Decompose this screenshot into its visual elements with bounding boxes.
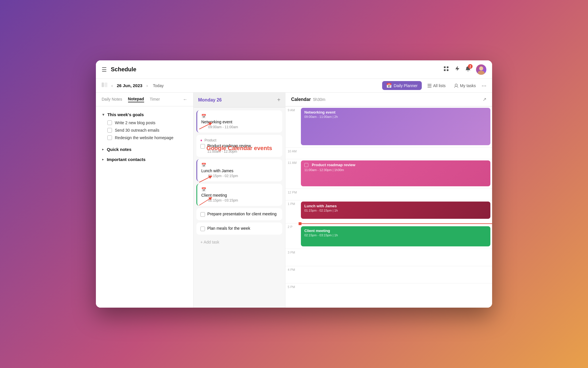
task-card-body-meals: Plan meals for the week — [200, 226, 278, 231]
top-bar-right: 2 — [443, 64, 486, 75]
product-header: Product roadmap review — [304, 163, 487, 167]
cal-event-lunch[interactable]: Lunch with James 01:15pm - 02:15pm | 1h — [301, 202, 490, 219]
notification-badge: 2 — [468, 64, 473, 69]
cal-events-10am — [300, 148, 492, 159]
top-bar-left: ☰ Schedule — [102, 66, 443, 73]
important-contacts-section[interactable]: ► Important contacts — [102, 157, 187, 162]
goal-checkbox-3[interactable] — [107, 135, 112, 140]
product-checkbox[interactable] — [200, 144, 205, 149]
goal-item-3: Redesign the website homepage — [107, 135, 187, 140]
bell-icon[interactable]: 2 — [465, 66, 471, 73]
svg-rect-2 — [444, 69, 446, 71]
cal-events-11am: Product roadmap review 11:00am - 12:30pm… — [300, 159, 492, 189]
time-label-12pm: 12 PM — [285, 189, 300, 200]
cal-event-networking[interactable]: Networking event 09:00am - 11:00am | 2h — [301, 108, 490, 145]
goal-text-1: Write 2 new blog posts — [115, 120, 155, 125]
goal-checkbox-1[interactable] — [107, 120, 112, 125]
panel-collapse-icon[interactable]: ← — [183, 97, 187, 102]
next-arrow-icon[interactable]: › — [145, 82, 149, 89]
top-bar: ☰ Schedule — [96, 60, 492, 79]
bolt-icon[interactable] — [454, 66, 460, 73]
nav-right: 📅 Daily Planner All lists My tasks ··· — [382, 81, 486, 90]
quick-notes-arrow-icon: ► — [102, 148, 105, 151]
product-category: Product — [204, 138, 216, 142]
cal-event-product-time: 11:00am - 12:30pm | 1h30m — [304, 168, 487, 172]
task-name-lunch: Lunch with James — [201, 168, 278, 173]
goals-section-header[interactable]: ▼ This week's goals — [102, 112, 187, 117]
svg-point-11 — [455, 84, 457, 86]
quick-notes-section[interactable]: ► Quick notes — [102, 147, 187, 152]
task-time-client: 02:15pm - 03:15pm — [208, 198, 278, 202]
goal-text-2: Send 30 outreach emails — [115, 128, 159, 133]
tab-daily-notes[interactable]: Daily Notes — [102, 97, 122, 102]
prev-arrow-icon[interactable]: ‹ — [110, 82, 114, 89]
prepare-checkbox[interactable] — [200, 212, 205, 217]
cal-slot-11am: 11 AM Product roadmap review 11:00am - 1… — [285, 159, 492, 189]
secondary-nav: ‹ 26 Jun, 2023 › Today 📅 Daily Planner A… — [96, 79, 492, 93]
main-content: Daily Notes Notepad Timer ← ▼ This week'… — [96, 93, 492, 308]
svg-rect-9 — [428, 85, 432, 86]
task-card-prepare[interactable]: Prepare presentation for client meeting — [196, 208, 282, 220]
nav-date: 26 Jun, 2023 — [117, 83, 142, 88]
all-lists-label: All lists — [433, 83, 446, 88]
current-time-line — [300, 223, 492, 224]
hamburger-icon[interactable]: ☰ — [102, 66, 107, 73]
cal-slot-9am: 9 AM Networking event 09:00am - 11:00am … — [285, 106, 492, 147]
my-tasks-button[interactable]: My tasks — [451, 82, 479, 90]
task-card-lunch[interactable]: 📅 Lunch with James 01:15pm - 02:15pm — [196, 159, 282, 181]
task-name-client: Client meeting — [201, 193, 278, 198]
meals-checkbox[interactable] — [200, 227, 205, 231]
quick-notes-title: Quick notes — [107, 147, 131, 152]
svg-point-5 — [478, 71, 485, 75]
task-name-prepare: Prepare presentation for client meeting — [207, 212, 276, 216]
add-event-icon[interactable]: + — [277, 97, 281, 103]
task-time-product: 11:00am - 12:30pm — [207, 150, 278, 154]
grid-icon[interactable] — [443, 66, 449, 73]
more-options-icon[interactable]: ··· — [481, 82, 486, 89]
middle-panel: Monday 26 + 📅 Networking event 09:00am -… — [194, 93, 285, 308]
task-card-product[interactable]: ♦ Product Product roadmap review 11:00am… — [196, 135, 282, 157]
cal-body[interactable]: 9 AM Networking event 09:00am - 11:00am … — [285, 106, 492, 308]
app-title: Schedule — [111, 66, 136, 73]
time-label-2pm: 2 P — [285, 223, 300, 249]
cal-slot-5pm: 5 PM — [285, 283, 492, 300]
task-card-header-client: 📅 — [201, 187, 278, 192]
svg-rect-7 — [105, 83, 107, 87]
tasks-list: 📅 Networking event 09:00am - 11:00am ♦ P… — [194, 108, 285, 308]
task-name-product: Product roadmap review — [207, 143, 251, 148]
cal-event-product[interactable]: Product roadmap review 11:00am - 12:30pm… — [301, 160, 490, 186]
cal-event-client[interactable]: Client meeting 02:15pm - 03:15pm | 1h — [301, 226, 490, 246]
right-panel: Calendar 5h30m ↗ 9 AM Networking event 0… — [285, 93, 492, 308]
task-card-meals[interactable]: Plan meals for the week — [196, 223, 282, 235]
tab-timer[interactable]: Timer — [150, 97, 160, 102]
time-label-3pm: 3 PM — [285, 249, 300, 266]
cal-event-client-title: Client meeting — [304, 229, 487, 233]
cal-product-checkbox[interactable] — [304, 163, 308, 167]
cal-expand-icon[interactable]: ↗ — [483, 97, 486, 102]
task-card-networking[interactable]: 📅 Networking event 09:00am - 11:00am — [196, 110, 282, 133]
planner-btn-label: Daily Planner — [394, 83, 417, 88]
cal-slot-1pm: 1 PM Lunch with James 01:15pm - 02:15pm … — [285, 200, 492, 223]
cal-slot-12pm: 12 PM — [285, 189, 492, 200]
sidebar-toggle-icon[interactable] — [102, 83, 107, 89]
calendar-task-icon: 📅 — [201, 114, 206, 118]
task-card-client[interactable]: 📅 Client meeting 02:15pm - 03:15pm — [196, 184, 282, 206]
cal-event-networking-time: 09:00am - 11:00am | 2h — [304, 115, 487, 118]
task-card-header-product: ♦ Product — [200, 138, 278, 142]
today-button[interactable]: Today — [153, 83, 164, 88]
goal-checkbox-2[interactable] — [107, 128, 112, 133]
cal-events-4pm — [300, 266, 492, 283]
goal-item-1: Write 2 new blog posts — [107, 120, 187, 125]
user-avatar[interactable] — [476, 64, 486, 75]
all-lists-button[interactable]: All lists — [425, 82, 449, 90]
task-card-header-lunch: 📅 — [201, 163, 278, 167]
svg-rect-3 — [447, 69, 448, 71]
cal-duration: 5h30m — [313, 97, 325, 102]
svg-point-4 — [479, 66, 483, 70]
daily-planner-button[interactable]: 📅 Daily Planner — [382, 81, 421, 90]
tab-notepad[interactable]: Notepad — [128, 97, 144, 102]
my-tasks-label: My tasks — [460, 83, 476, 88]
goals-arrow-icon: ▼ — [102, 113, 105, 117]
cal-event-lunch-title: Lunch with James — [304, 204, 487, 208]
add-task-row[interactable]: + Add task — [196, 237, 282, 247]
